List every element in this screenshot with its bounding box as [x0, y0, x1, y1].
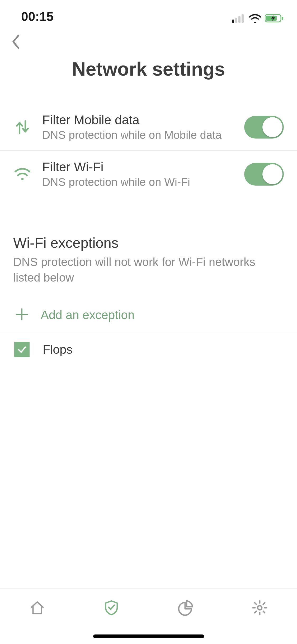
- back-button[interactable]: [11, 34, 21, 51]
- pie-chart-icon: [177, 599, 194, 616]
- svg-rect-3: [242, 14, 244, 23]
- page-title: Network settings: [0, 58, 297, 90]
- chevron-left-icon: [11, 34, 21, 50]
- setting-filter-mobile-data[interactable]: Filter Mobile data DNS protection while …: [0, 104, 297, 151]
- toggle-filter-wifi[interactable]: [244, 163, 284, 186]
- cellular-signal-icon: [232, 14, 245, 24]
- toggle-knob: [262, 164, 282, 184]
- setting-title: Filter Wi-Fi: [42, 160, 234, 174]
- setting-subtitle: DNS protection while on Wi-Fi: [42, 176, 234, 188]
- setting-filter-wifi[interactable]: Filter Wi-Fi DNS protection while on Wi-…: [0, 151, 297, 197]
- home-indicator[interactable]: [93, 634, 204, 638]
- status-time: 00:15: [21, 9, 54, 24]
- svg-rect-0: [232, 20, 234, 23]
- svg-line-13: [255, 603, 256, 604]
- shield-check-icon: [103, 599, 120, 616]
- add-exception-label: Add an exception: [41, 308, 135, 322]
- toggle-filter-mobile-data[interactable]: [244, 116, 284, 139]
- section-subtitle: DNS protection will not work for Wi-Fi n…: [13, 254, 284, 286]
- status-bar: 00:15: [0, 0, 297, 26]
- svg-rect-6: [282, 17, 283, 20]
- toggle-knob: [262, 117, 282, 137]
- exception-item[interactable]: Flops: [0, 334, 297, 365]
- tab-home[interactable]: [0, 589, 74, 644]
- svg-line-16: [263, 603, 265, 604]
- exception-label: Flops: [43, 342, 72, 357]
- wifi-icon: [249, 14, 261, 24]
- svg-rect-1: [235, 18, 237, 23]
- home-icon: [29, 599, 46, 616]
- setting-title: Filter Mobile data: [42, 113, 234, 127]
- mobile-data-icon: [13, 118, 32, 136]
- svg-line-15: [255, 611, 256, 613]
- add-exception-button[interactable]: Add an exception: [0, 296, 297, 334]
- svg-line-14: [263, 611, 265, 613]
- status-indicators: [232, 14, 284, 24]
- battery-charging-icon: [265, 14, 284, 24]
- exception-checkbox[interactable]: [14, 342, 30, 357]
- section-title: Wi-Fi exceptions: [13, 234, 284, 251]
- gear-icon: [251, 599, 268, 616]
- check-icon: [17, 344, 27, 355]
- svg-rect-2: [238, 16, 241, 23]
- plus-icon: [15, 308, 29, 322]
- wifi-icon: [13, 167, 32, 182]
- svg-point-7: [21, 178, 24, 180]
- tab-settings[interactable]: [223, 589, 297, 644]
- wifi-exceptions-section: Wi-Fi exceptions DNS protection will not…: [0, 234, 297, 286]
- svg-point-8: [258, 606, 262, 610]
- setting-subtitle: DNS protection while on Mobile data: [42, 129, 234, 141]
